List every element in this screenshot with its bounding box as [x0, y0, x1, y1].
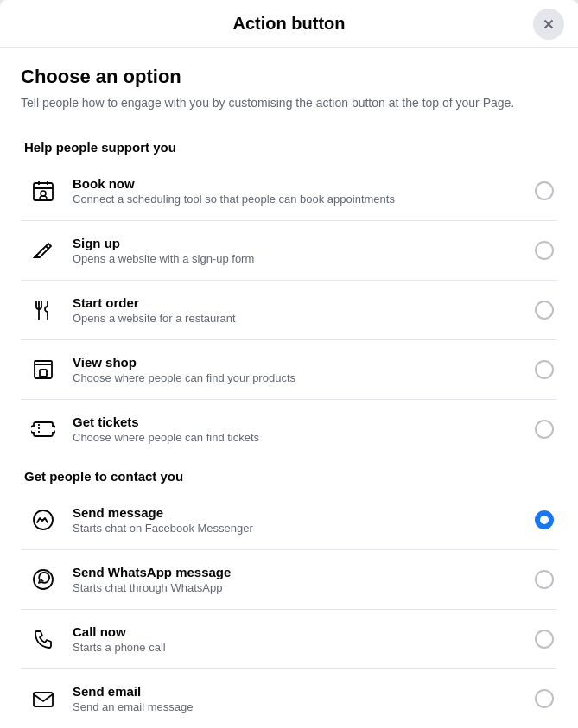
- phone-icon: [24, 620, 62, 658]
- option-call-now-name: Call now: [73, 624, 535, 639]
- option-view-shop[interactable]: View shop Choose where people can find y…: [21, 340, 557, 400]
- svg-rect-18: [34, 693, 53, 706]
- option-book-now-text: Book now Connect a scheduling tool so th…: [73, 176, 535, 206]
- modal-header: Action button: [0, 0, 578, 48]
- option-send-message[interactable]: Send message Starts chat on Facebook Mes…: [21, 491, 557, 550]
- email-icon: [24, 680, 62, 718]
- option-start-order-sub: Opens a website for a restaurant: [73, 312, 535, 325]
- option-view-shop-radio[interactable]: [535, 360, 554, 379]
- shop-icon: [24, 351, 62, 389]
- pencil-icon: [24, 231, 62, 269]
- option-send-whatsapp-name: Send WhatsApp message: [73, 565, 535, 579]
- close-button[interactable]: [533, 9, 564, 40]
- option-get-tickets-radio[interactable]: [535, 420, 554, 439]
- option-book-now[interactable]: Book now Connect a scheduling tool so th…: [21, 161, 557, 221]
- option-get-tickets-sub: Choose where people can find tickets: [73, 431, 535, 444]
- fork-icon: [24, 291, 62, 329]
- option-call-now-sub: Starts a phone call: [73, 641, 535, 654]
- option-send-message-name: Send message: [73, 505, 535, 520]
- option-send-whatsapp-sub: Starts chat through WhatsApp: [73, 581, 535, 594]
- option-send-message-radio[interactable]: [535, 510, 554, 529]
- group1-label: Help people support you: [21, 130, 557, 161]
- option-view-shop-text: View shop Choose where people can find y…: [73, 355, 535, 384]
- whatsapp-icon: [24, 560, 62, 598]
- option-start-order-text: Start order Opens a website for a restau…: [73, 295, 535, 325]
- option-book-now-sub: Connect a scheduling tool so that people…: [73, 193, 535, 206]
- option-view-shop-sub: Choose where people can find your produc…: [73, 371, 535, 384]
- option-sign-up[interactable]: Sign up Opens a website with a sign-up f…: [21, 221, 557, 281]
- option-send-whatsapp[interactable]: Send WhatsApp message Starts chat throug…: [21, 550, 557, 610]
- svg-rect-14: [40, 370, 47, 377]
- option-send-whatsapp-text: Send WhatsApp message Starts chat throug…: [73, 565, 535, 594]
- group2-label: Get people to contact you: [21, 459, 557, 491]
- option-send-email-text: Send email Send an email message: [73, 684, 535, 713]
- group2-options: Send message Starts chat on Facebook Mes…: [21, 491, 557, 728]
- option-start-order-radio[interactable]: [535, 301, 554, 320]
- option-get-tickets-text: Get tickets Choose where people can find…: [73, 415, 535, 444]
- modal-body: Choose an option Tell people how to enga…: [0, 48, 578, 728]
- option-book-now-name: Book now: [73, 176, 535, 191]
- option-send-email-sub: Send an email message: [73, 700, 535, 713]
- svg-point-6: [41, 191, 46, 196]
- messenger-icon: [24, 501, 62, 539]
- svg-line-7: [46, 246, 48, 249]
- option-send-whatsapp-radio[interactable]: [535, 570, 554, 589]
- option-sign-up-text: Sign up Opens a website with a sign-up f…: [73, 236, 535, 265]
- option-get-tickets[interactable]: Get tickets Choose where people can find…: [21, 400, 557, 459]
- option-call-now-text: Call now Starts a phone call: [73, 624, 535, 654]
- option-call-now-radio[interactable]: [535, 630, 554, 649]
- group1-options: Book now Connect a scheduling tool so th…: [21, 161, 557, 459]
- option-sign-up-radio[interactable]: [535, 241, 554, 260]
- action-button-modal: Action button Choose an option Tell peop…: [0, 0, 578, 728]
- close-icon: [541, 16, 556, 32]
- option-start-order[interactable]: Start order Opens a website for a restau…: [21, 281, 557, 340]
- modal-title: Action button: [233, 14, 346, 34]
- option-view-shop-name: View shop: [73, 355, 535, 370]
- section-description: Tell people how to engage with you by cu…: [21, 95, 557, 112]
- svg-rect-13: [35, 361, 52, 364]
- option-start-order-name: Start order: [73, 295, 535, 310]
- svg-rect-2: [34, 183, 53, 200]
- section-heading: Choose an option: [21, 66, 557, 88]
- option-send-message-text: Send message Starts chat on Facebook Mes…: [73, 505, 535, 535]
- option-call-now[interactable]: Call now Starts a phone call: [21, 610, 557, 669]
- calendar-icon: [24, 172, 62, 210]
- option-send-email-radio[interactable]: [535, 689, 554, 708]
- option-sign-up-name: Sign up: [73, 236, 535, 250]
- option-sign-up-sub: Opens a website with a sign-up form: [73, 252, 535, 265]
- option-get-tickets-name: Get tickets: [73, 415, 535, 429]
- option-send-message-sub: Starts chat on Facebook Messenger: [73, 522, 535, 535]
- ticket-icon: [24, 410, 62, 448]
- option-send-email[interactable]: Send email Send an email message: [21, 669, 557, 728]
- option-book-now-radio[interactable]: [535, 181, 554, 200]
- option-send-email-name: Send email: [73, 684, 535, 699]
